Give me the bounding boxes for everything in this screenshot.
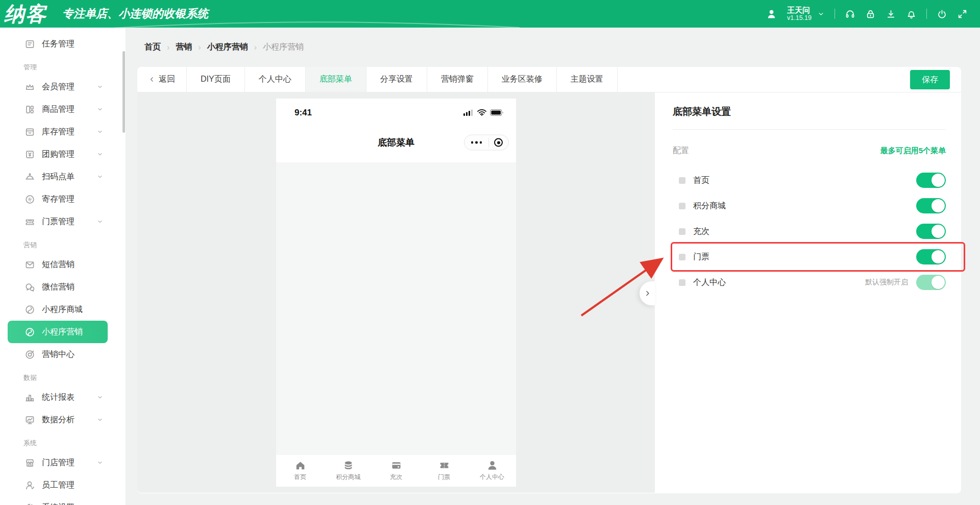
save-button[interactable]: 保存	[910, 70, 950, 89]
tab-diy-page[interactable]: DIY页面	[187, 67, 245, 92]
sidebar-item-miniapp-mall[interactable]: 小程序商城	[8, 298, 108, 321]
settings-panel: 底部菜单设置 配置 最多可启用5个菜单 首页	[655, 92, 961, 493]
drag-handle[interactable]	[679, 177, 685, 184]
times-card-icon	[390, 460, 403, 471]
sidebar-section-label: 系统	[23, 438, 126, 448]
sidebar-item-label: 数据分析	[42, 415, 75, 425]
sidebar-item-label: 小程序营销	[42, 327, 83, 338]
tab-business-decoration[interactable]: 业务区装修	[488, 67, 557, 92]
sidebar-item-marketing-center[interactable]: 营销中心	[8, 343, 108, 366]
phone-statusbar: 9:41	[276, 99, 516, 123]
drag-handle[interactable]	[679, 279, 685, 286]
phone-navbar: 底部菜单	[276, 123, 516, 162]
sidebar-item-label: 会员管理	[42, 82, 75, 92]
breadcrumb-item[interactable]: 首页	[144, 42, 161, 53]
sidebar-section-label: 营销	[23, 240, 126, 250]
battery-icon	[490, 109, 504, 116]
chevron-down-icon	[96, 218, 104, 225]
sidebar-item-label: 寄存管理	[42, 194, 75, 205]
breadcrumb-item[interactable]: 小程序营销	[263, 42, 304, 53]
sidebar-item-member-management[interactable]: 会员管理	[8, 76, 108, 98]
toggle-switch[interactable]	[916, 224, 946, 239]
report-icon	[24, 392, 35, 403]
preview-stage: 9:41 底部菜单	[137, 92, 655, 493]
sidebar-item-scan-order[interactable]: 扫码点单	[8, 165, 108, 188]
sidebar-item-data-analysis[interactable]: 数据分析	[8, 408, 108, 431]
menu-config-row-personal-center: 个人中心 默认强制开启	[673, 270, 946, 295]
more-icon	[470, 141, 483, 144]
goods-icon	[24, 104, 35, 115]
sidebar-section-label: 数据	[23, 373, 126, 383]
drag-handle[interactable]	[679, 254, 685, 260]
wechat-capsule	[464, 135, 509, 151]
wechat-icon	[24, 282, 35, 293]
sidebar-item-label: 微信营销	[42, 282, 75, 293]
phone-bottom-menu: 首页 积分商城 充次	[276, 455, 516, 487]
sidebar-menu: 任务管理 管理 会员管理 商品管理 库存管理	[0, 33, 126, 505]
user-menu[interactable]: 王天问 v1.15.19	[787, 6, 812, 22]
sidebar-item-sms-marketing[interactable]: 短信营销	[8, 253, 108, 276]
sidebar-item-wechat-marketing[interactable]: 微信营销	[8, 276, 108, 298]
username: 王天问	[787, 6, 812, 14]
user-avatar-icon	[766, 8, 777, 20]
sms-icon	[24, 259, 35, 270]
sidebar-item-ticket-management[interactable]: 门票管理	[8, 210, 108, 233]
tab-theme-settings[interactable]: 主题设置	[557, 67, 618, 92]
bell-icon[interactable]	[906, 9, 917, 19]
fullscreen-icon[interactable]	[957, 9, 968, 19]
groupbuy-icon	[24, 149, 35, 160]
tabs: DIY页面 个人中心 底部菜单 分享设置 营销弹窗 业务区装修 主题设置	[187, 67, 618, 92]
scan-order-icon	[24, 172, 35, 182]
phone-nav-item-home: 首页	[276, 455, 324, 487]
chevron-down-icon[interactable]	[817, 10, 825, 18]
sidebar-item-system-settings[interactable]: 系统设置	[8, 496, 108, 505]
phone-nav-label: 首页	[294, 473, 306, 482]
topbar-actions: 王天问 v1.15.19	[766, 6, 968, 22]
sidebar-item-label: 系统设置	[42, 502, 75, 505]
tab-marketing-popup[interactable]: 营销弹窗	[427, 67, 488, 92]
config-label: 配置	[673, 146, 689, 156]
power-icon[interactable]	[937, 9, 947, 19]
sidebar-item-inventory-management[interactable]: 库存管理	[8, 121, 108, 143]
tab-bottom-menu[interactable]: 底部菜单	[306, 67, 366, 92]
inventory-icon	[24, 127, 35, 137]
phone-nav-label: 积分商城	[336, 473, 360, 482]
drag-handle[interactable]	[679, 228, 685, 235]
sidebar-item-groupbuy-management[interactable]: 团购管理	[8, 143, 108, 165]
lock-icon[interactable]	[865, 9, 876, 19]
menu-config-row-points-mall: 积分商城	[673, 193, 946, 219]
capsule-exit-icon	[494, 138, 503, 147]
settings-icon	[24, 502, 35, 505]
sidebar-item-task-management[interactable]: 任务管理	[8, 33, 108, 55]
tab-share-settings[interactable]: 分享设置	[366, 67, 427, 92]
phone-nav-label: 个人中心	[480, 473, 504, 482]
toggle-switch[interactable]	[916, 198, 946, 213]
sidebar-item-product-management[interactable]: 商品管理	[8, 98, 108, 121]
sidebar-item-store-management[interactable]: 门店管理	[8, 451, 108, 474]
chevron-down-icon	[96, 416, 104, 423]
breadcrumb-item[interactable]: 小程序营销	[207, 42, 248, 53]
sidebar-item-statistics-report[interactable]: 统计报表	[8, 386, 108, 408]
breadcrumb-item[interactable]: 营销	[176, 42, 192, 53]
back-label: 返回	[159, 74, 175, 85]
toggle-switch[interactable]	[916, 275, 946, 290]
sidebar-scrollbar-thumb[interactable]	[122, 51, 125, 133]
back-button[interactable]: 返回	[137, 67, 187, 92]
download-icon[interactable]	[886, 9, 896, 19]
drag-handle[interactable]	[679, 203, 685, 209]
sidebar-item-staff-management[interactable]: 员工管理	[8, 474, 108, 496]
toggle-switch[interactable]	[916, 249, 946, 264]
toggle-switch[interactable]	[916, 173, 946, 188]
store-icon	[24, 458, 35, 468]
divider	[835, 9, 835, 19]
sidebar-item-deposit-management[interactable]: 寄 寄存管理	[8, 188, 108, 210]
tab-personal-center[interactable]: 个人中心	[245, 67, 306, 92]
sidebar-item-miniapp-marketing[interactable]: 小程序营销	[8, 321, 108, 343]
points-mall-icon	[342, 460, 355, 471]
breadcrumb-separator: ›	[254, 43, 257, 52]
main-area: 首页 › 营销 › 小程序营销 › 小程序营销 › 返回	[126, 28, 980, 505]
menu-row-label: 积分商城	[693, 201, 726, 211]
headset-icon[interactable]	[845, 9, 855, 19]
status-time: 9:41	[295, 108, 312, 118]
menu-row-note: 默认强制开启	[865, 278, 908, 287]
